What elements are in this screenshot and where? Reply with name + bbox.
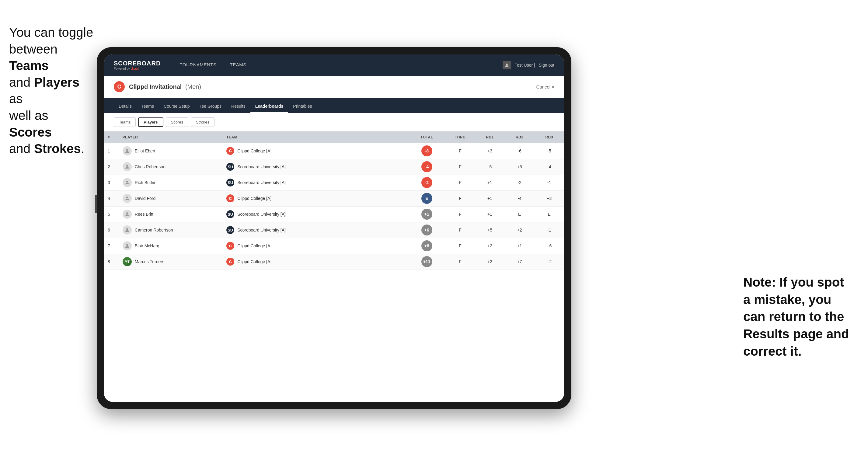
cell-team: C Clippd College [A] — [223, 190, 408, 206]
sub-nav: Details Teams Course Setup Tee Groups Re… — [104, 98, 564, 113]
cell-rd2: +2 — [505, 222, 534, 238]
cell-player: Chris Robertson — [119, 159, 223, 175]
cell-rank: 1 — [104, 143, 119, 159]
cell-rd1: +1 — [475, 190, 505, 206]
tablet-screen: SCOREBOARD Powered by clippd TOURNAMENTS… — [104, 55, 564, 402]
cell-rd2: -4 — [505, 190, 534, 206]
cell-player: Blair McHarg — [119, 238, 223, 254]
tournament-logo: C — [114, 81, 125, 92]
cell-rd2: -2 — [505, 175, 534, 190]
score-badge: E — [422, 193, 432, 204]
cell-total: E — [408, 190, 445, 206]
score-badge: -2 — [422, 177, 432, 188]
team-logo-badge: SU — [226, 226, 234, 234]
col-header-rank: # — [104, 131, 119, 143]
cell-rd2: +1 — [505, 238, 534, 254]
nav-teams[interactable]: TEAMS — [223, 55, 253, 76]
cell-total: +1 — [408, 206, 445, 222]
cell-rd1: -5 — [475, 159, 505, 175]
sign-out-link[interactable]: Sign out — [539, 63, 554, 67]
col-header-team: TEAM — [223, 131, 408, 143]
svg-point-3 — [126, 165, 128, 167]
cell-thru: F — [445, 159, 475, 175]
tab-printables[interactable]: Printables — [288, 104, 317, 113]
table-row: 5 Rees Britt SU Scoreboard University [A… — [104, 206, 564, 222]
score-badge: +11 — [422, 256, 432, 267]
score-badge: -8 — [422, 146, 432, 156]
cell-rank: 7 — [104, 238, 119, 254]
cell-rd3: -4 — [534, 159, 564, 175]
top-nav: SCOREBOARD Powered by clippd TOURNAMENTS… — [104, 55, 564, 76]
score-badge: +1 — [422, 209, 432, 220]
cell-thru: F — [445, 254, 475, 270]
cell-rd3: -1 — [534, 175, 564, 190]
svg-point-1 — [506, 64, 507, 65]
score-badge: +6 — [422, 224, 432, 236]
table-row: 2 Chris Robertson SU Scoreboard Universi… — [104, 159, 564, 175]
logo-sub-text: Powered by clippd — [114, 67, 161, 70]
toggle-row: Teams Players Scores Strokes — [104, 113, 564, 131]
tab-results[interactable]: Results — [226, 104, 250, 113]
logo-main-text: SCOREBOARD — [114, 60, 161, 67]
user-text: Test User | — [515, 63, 535, 67]
leaderboard-table: # PLAYER TEAM TOTAL THRU RD1 RD2 RD3 1 — [104, 131, 564, 270]
table-row: 3 Rich Butler SU Scoreboard University [… — [104, 175, 564, 190]
cell-thru: F — [445, 238, 475, 254]
svg-point-8 — [126, 244, 128, 246]
team-logo-badge: SU — [226, 179, 234, 186]
table-row: 1 Elliot Ebert C Clippd College [A] -8 F… — [104, 143, 564, 159]
cell-rd1: +5 — [475, 222, 505, 238]
cell-rank: 8 — [104, 254, 119, 270]
cell-thru: F — [445, 206, 475, 222]
team-logo-badge: C — [226, 194, 234, 202]
col-header-rd2: RD2 — [505, 131, 534, 143]
logo-brand: clippd — [131, 67, 139, 70]
toggle-players-button[interactable]: Players — [138, 118, 163, 127]
cell-rank: 5 — [104, 206, 119, 222]
toggle-teams-button[interactable]: Teams — [114, 118, 136, 127]
cell-team: SU Scoreboard University [A] — [223, 206, 408, 222]
cell-rank: 3 — [104, 175, 119, 190]
table-row: 7 Blair McHarg C Clippd College [A] +8 F… — [104, 238, 564, 254]
cell-total: +6 — [408, 222, 445, 238]
nav-tournaments[interactable]: TOURNAMENTS — [173, 55, 223, 76]
cancel-button[interactable]: Cancel × — [536, 84, 554, 89]
cell-rd3: +6 — [534, 238, 564, 254]
score-badge: -4 — [422, 161, 432, 172]
cell-thru: F — [445, 143, 475, 159]
tablet-side-button — [95, 195, 97, 213]
tab-leaderboards[interactable]: Leaderboards — [250, 104, 288, 113]
table-row: 8 MT Marcus Turners C Clippd College [A]… — [104, 254, 564, 270]
cell-rd3: -1 — [534, 222, 564, 238]
tab-course-setup[interactable]: Course Setup — [159, 104, 195, 113]
cell-total: +11 — [408, 254, 445, 270]
annotation-right: Note: If you spot a mistake, you can ret… — [743, 274, 859, 360]
scoreboard-logo: SCOREBOARD Powered by clippd — [114, 60, 161, 70]
tab-details[interactable]: Details — [114, 104, 136, 113]
col-header-player: PLAYER — [119, 131, 223, 143]
svg-point-7 — [126, 228, 128, 230]
cell-team: SU Scoreboard University [A] — [223, 222, 408, 238]
table-row: 4 David Ford C Clippd College [A] E F +1… — [104, 190, 564, 206]
cell-rd1: +2 — [475, 254, 505, 270]
cell-player: Elliot Ebert — [119, 143, 223, 159]
tournament-gender: (Men) — [185, 83, 201, 90]
cell-team: SU Scoreboard University [A] — [223, 159, 408, 175]
cell-thru: F — [445, 222, 475, 238]
cell-rd1: +3 — [475, 143, 505, 159]
team-logo-badge: C — [226, 242, 234, 250]
tab-teams[interactable]: Teams — [136, 104, 159, 113]
cell-rd2: +7 — [505, 254, 534, 270]
team-logo-badge: SU — [226, 163, 234, 171]
cell-rank: 4 — [104, 190, 119, 206]
svg-point-2 — [126, 149, 128, 151]
nav-links: TOURNAMENTS TEAMS — [173, 55, 503, 76]
tab-tee-groups[interactable]: Tee Groups — [195, 104, 226, 113]
annotation-left: You can toggle between Teams and Players… — [9, 24, 94, 157]
toggle-scores-button[interactable]: Scores — [166, 118, 188, 127]
toggle-strokes-button[interactable]: Strokes — [191, 118, 215, 127]
cell-rd1: +1 — [475, 175, 505, 190]
cell-rd1: +2 — [475, 238, 505, 254]
cell-total: -4 — [408, 159, 445, 175]
cell-rd2: -6 — [505, 143, 534, 159]
